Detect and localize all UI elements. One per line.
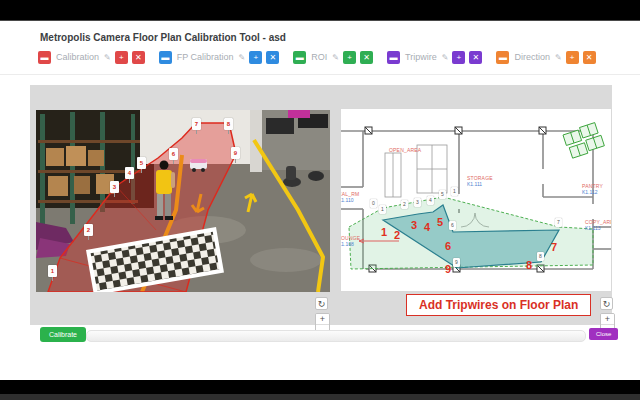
floorplan-panel[interactable]: OPEN_AREASTORAGEK1.111PANTRYK1.112COPY_A… (340, 108, 612, 292)
toolbar-divider (0, 74, 640, 75)
camera-marker-3[interactable]: 3 (110, 181, 119, 193)
toolbar-group-roi: ▬ROI✎+✕ (293, 51, 373, 64)
floorplan-marker-number: 0 (370, 199, 377, 208)
camera-zoom-in-button[interactable]: + (316, 314, 329, 325)
floorplan-marker-number: 1 (451, 187, 458, 196)
letterbox-top (0, 0, 640, 21)
floorplan-refresh-button[interactable]: ↻ (600, 297, 613, 310)
camera-marker-6[interactable]: 6 (169, 148, 178, 160)
camera-marker-2[interactable]: 2 (84, 224, 93, 236)
floorplan-marker-9[interactable]: 9 (453, 258, 460, 267)
room-label-cal_rm: CAL_RMK1.110 (340, 191, 359, 203)
shape-toggle-button[interactable]: ▬ (38, 51, 51, 64)
room-code: K1.108 (340, 241, 360, 247)
add-shape-button[interactable]: + (343, 51, 356, 64)
toolbar-group-calibration: ▬Calibration✎+✕ (38, 51, 145, 64)
floorplan-marker-number: 9 (453, 258, 460, 267)
floorplan-marker-6[interactable]: 6 (449, 221, 456, 230)
toolbar-group-direction: ▬Direction✎+✕ (496, 51, 595, 64)
floorplan-marker-1[interactable]: 1 (451, 187, 458, 196)
edit-pencil-icon[interactable]: ✎ (239, 53, 246, 62)
calibrate-button[interactable]: Calibrate (40, 327, 86, 342)
floorplan-marker-number: 6 (449, 221, 456, 230)
camera-marker-number: 8 (224, 118, 233, 130)
delete-shape-button[interactable]: ✕ (469, 51, 482, 64)
floorplan-marker-8[interactable]: 8 (537, 252, 544, 261)
calibration-tool-window: Metropolis Camera Floor Plan Calibration… (0, 21, 640, 380)
camera-marker-4[interactable]: 4 (125, 167, 134, 179)
shape-toggle-button[interactable]: ▬ (159, 51, 172, 64)
camera-marker-number: 7 (192, 118, 201, 130)
camera-marker-number: 5 (137, 157, 146, 169)
floorplan-marker-2[interactable]: 2 (401, 200, 408, 209)
edit-pencil-icon[interactable]: ✎ (104, 53, 111, 62)
toolbar-group-label: Calibration (56, 52, 99, 62)
bottom-bar: Calibrate Close (0, 326, 640, 348)
shape-toggle-button[interactable]: ▬ (293, 51, 306, 64)
toolbar: ▬Calibration✎+✕▬FP Calibration✎+✕▬ROI✎+✕… (38, 49, 605, 65)
app-screen: Metropolis Camera Floor Plan Calibration… (0, 0, 640, 400)
add-tripwires-note: Add Tripwires on Floor Plan (406, 294, 591, 316)
camera-marker-number: 3 (110, 181, 119, 193)
room-code: K1.110 (340, 197, 359, 203)
edit-pencil-icon[interactable]: ✎ (442, 53, 449, 62)
floorplan-marker-number: 8 (537, 252, 544, 261)
camera-marker-7[interactable]: 7 (192, 118, 201, 130)
delete-shape-button[interactable]: ✕ (360, 51, 373, 64)
floorplan-marker-0[interactable]: 0 (370, 199, 377, 208)
add-shape-button[interactable]: + (249, 51, 262, 64)
workspace: 123456789 (30, 85, 612, 325)
tripwire-number-6: 6 (445, 241, 451, 252)
floorplan-drawing (341, 109, 611, 291)
camera-refresh-button[interactable]: ↻ (315, 297, 328, 310)
edit-pencil-icon[interactable]: ✎ (555, 53, 562, 62)
shape-toggle-button[interactable]: ▬ (496, 51, 509, 64)
camera-marker-number: 9 (231, 147, 240, 159)
room-code: K1.111 (467, 181, 493, 187)
camera-marker-8[interactable]: 8 (224, 118, 233, 130)
edit-pencil-icon[interactable]: ✎ (332, 53, 339, 62)
camera-marker-number: 1 (48, 265, 57, 277)
delete-shape-button[interactable]: ✕ (132, 51, 145, 64)
add-shape-button[interactable]: + (566, 51, 579, 64)
shape-toggle-button[interactable]: ▬ (387, 51, 400, 64)
floorplan-marker-number: 2 (401, 200, 408, 209)
toolbar-group-fp-calibration: ▬FP Calibration✎+✕ (159, 51, 280, 64)
camera-view-panel[interactable]: 123456789 (36, 110, 330, 292)
camera-marker-number: 4 (125, 167, 134, 179)
close-button[interactable]: Close (589, 328, 618, 340)
tripwire-number-3: 3 (411, 220, 417, 231)
pink-object (288, 110, 310, 118)
camera-marker-number: 2 (84, 224, 93, 236)
tripwire-number-8: 8 (526, 260, 532, 271)
add-shape-button[interactable]: + (115, 51, 128, 64)
delete-shape-button[interactable]: ✕ (266, 51, 279, 64)
floorplan-marker-number: 1 (379, 205, 386, 214)
camera-marker-5[interactable]: 5 (137, 157, 146, 169)
tripwire-number-5: 5 (437, 217, 443, 228)
room-label-storage: STORAGEK1.111 (467, 175, 493, 187)
room-label-pantry: PANTRYK1.112 (582, 183, 603, 195)
floorplan-marker-number: 7 (555, 218, 562, 227)
toolbar-group-tripwire: ▬Tripwire✎+✕ (387, 51, 482, 64)
camera-marker-1[interactable]: 1 (48, 265, 57, 277)
floorplan-zoom-in-button[interactable]: + (601, 314, 614, 325)
floorplan-marker-3[interactable]: 3 (414, 198, 421, 207)
floorplan-marker-5[interactable]: 5 (439, 190, 446, 199)
floorplan-marker-7[interactable]: 7 (555, 218, 562, 227)
delete-shape-button[interactable]: ✕ (583, 51, 596, 64)
floorplan-marker-1[interactable]: 1 (379, 205, 386, 214)
room-name: OPEN_AREA (389, 147, 421, 153)
tripwire-number-1: 1 (381, 227, 387, 238)
toolbar-group-label: ROI (311, 52, 327, 62)
progress-track (86, 330, 586, 342)
floorplan-marker-number: 5 (439, 190, 446, 199)
floorplan-marker-4[interactable]: 4 (427, 196, 434, 205)
toolbar-group-label: Tripwire (405, 52, 437, 62)
camera-marker-9[interactable]: 9 (231, 147, 240, 159)
tripwire-number-2: 2 (394, 230, 400, 241)
toolbar-group-label: FP Calibration (177, 52, 234, 62)
add-shape-button[interactable]: + (452, 51, 465, 64)
page-title: Metropolis Camera Floor Plan Calibration… (40, 32, 286, 43)
camera-marker-number: 6 (169, 148, 178, 160)
